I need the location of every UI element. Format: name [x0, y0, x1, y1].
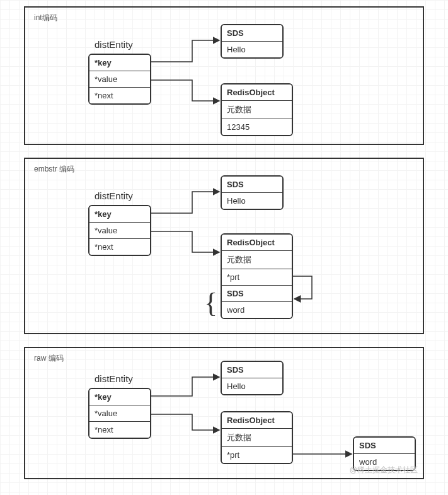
obj-header: RedisObject — [222, 412, 292, 429]
obj-metadata-row: 元数据 — [222, 101, 292, 119]
obj-prt-row: *prt — [222, 269, 292, 286]
panel-label: int编码 — [34, 13, 57, 23]
sds-header: SDS — [222, 177, 282, 193]
redis-object-box: RedisObject 元数据 12345 — [221, 83, 293, 136]
dist-entity-box: *key *value *next — [88, 388, 151, 439]
panel-label: raw 编码 — [34, 353, 64, 364]
entity-next-row: *next — [89, 422, 150, 438]
entity-next-row: *next — [89, 88, 150, 103]
sds-header: SDS — [222, 362, 282, 378]
ext-sds-header: SDS — [354, 438, 415, 454]
entity-title: distEntity — [95, 39, 133, 50]
obj-word-row: word — [222, 302, 292, 318]
obj-metadata-row: 元数据 — [222, 429, 292, 447]
entity-value-row: *value — [89, 223, 150, 239]
panel-embstr-encoding: embstr 编码 distEntity *key *value *next S… — [24, 158, 424, 334]
obj-value-row: 12345 — [222, 119, 292, 135]
entity-next-row: *next — [89, 239, 150, 255]
entity-key-row: *key — [89, 55, 150, 71]
panel-raw-encoding: raw 编码 distEntity *key *value *next SDS … — [24, 347, 424, 479]
watermark-text: @稀土掘金技术社区 — [350, 465, 418, 475]
obj-prt-row: *prt — [222, 447, 292, 463]
entity-title: distEntity — [95, 190, 133, 201]
sds-box: SDS Hello — [221, 175, 284, 210]
dist-entity-box: *key *value *next — [88, 205, 151, 256]
obj-metadata-row: 元数据 — [222, 251, 292, 269]
sds-value: Hello — [222, 378, 282, 394]
sds-value: Hello — [222, 42, 282, 57]
redis-object-box: RedisObject 元数据 *prt — [221, 411, 293, 464]
obj-sds-row: SDS — [222, 286, 292, 302]
panel-label: embstr 编码 — [34, 164, 74, 175]
brace-icon: { — [204, 289, 217, 317]
sds-box: SDS Hello — [221, 361, 284, 395]
obj-header: RedisObject — [222, 235, 292, 251]
sds-box: SDS Hello — [221, 24, 284, 59]
dist-entity-box: *key *value *next — [88, 54, 151, 105]
obj-header: RedisObject — [222, 84, 292, 101]
entity-title: distEntity — [95, 373, 133, 384]
redis-object-box: RedisObject 元数据 *prt SDS word — [221, 233, 293, 319]
entity-key-row: *key — [89, 389, 150, 405]
entity-value-row: *value — [89, 405, 150, 422]
panel-int-encoding: int编码 distEntity *key *value *next SDS H… — [24, 6, 424, 145]
sds-header: SDS — [222, 25, 282, 42]
sds-value: Hello — [222, 193, 282, 209]
entity-key-row: *key — [89, 206, 150, 223]
entity-value-row: *value — [89, 71, 150, 88]
